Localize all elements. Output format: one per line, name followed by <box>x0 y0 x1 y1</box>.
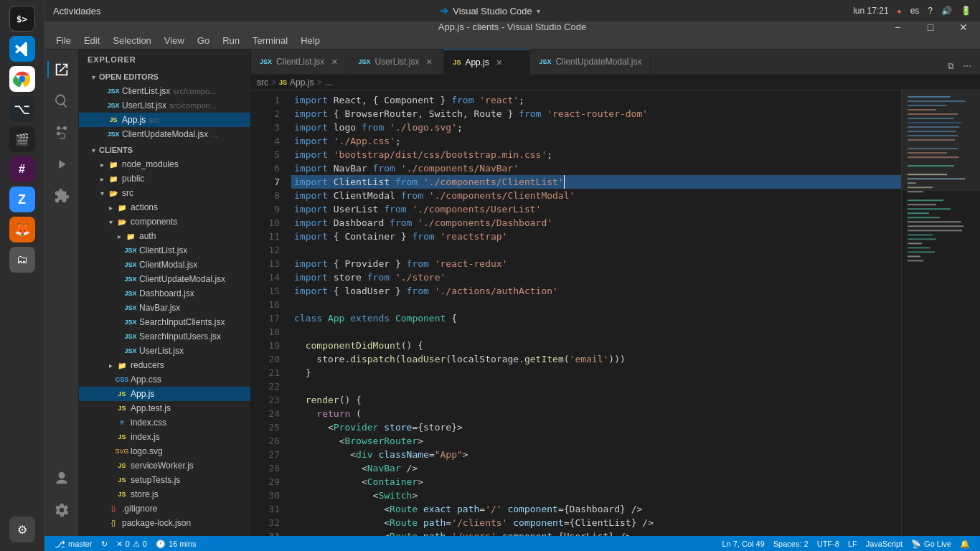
tab-userlist[interactable]: JSX UserList.jsx × <box>349 50 444 74</box>
breadcrumb-src[interactable]: src <box>257 77 268 88</box>
appjs-file[interactable]: JS App.js <box>79 387 250 401</box>
public-folder[interactable]: 📁 public <box>79 171 250 186</box>
breadcrumb-ellipsis[interactable]: ... <box>324 77 331 88</box>
open-editors-toggle[interactable]: OPEN EDITORS <box>79 70 250 84</box>
clientlist-jsx-icon: JSX <box>125 245 136 256</box>
tab-clientlist[interactable]: JSX ClientList.jsx × <box>251 50 349 74</box>
code-line-9: import UserList from './components/UserL… <box>291 202 901 216</box>
vscode-dock-icon[interactable] <box>9 36 35 62</box>
go-live-status[interactable]: 📡 Go Live <box>907 536 956 551</box>
code-line-20: store.dispatch(loadUser(localStorage.get… <box>291 352 901 366</box>
svg-rect-38 <box>908 255 920 257</box>
status-right: Ln 7, Col 49 Spaces: 2 UTF-8 LF JavaScri… <box>717 536 974 551</box>
notification-bell[interactable]: 🔔 <box>956 536 974 551</box>
menu-run[interactable]: Run <box>217 32 245 49</box>
slack-icon[interactable]: # <box>9 156 35 182</box>
menu-help[interactable]: Help <box>295 32 326 49</box>
search-activity-icon[interactable] <box>47 87 76 116</box>
svg-rect-26 <box>908 204 936 205</box>
tab-clientlist-close[interactable]: × <box>329 56 340 67</box>
menu-selection[interactable]: Selection <box>107 32 156 49</box>
settings-activity-icon[interactable] <box>47 496 76 524</box>
packagelockjson-file[interactable]: {} package-lock.json <box>79 516 250 530</box>
tab-userlist-close[interactable]: × <box>423 56 435 67</box>
open-editor-userlist[interactable]: JSX UserList.jsx src/compon... <box>79 98 250 113</box>
more-tabs-button[interactable]: ⋯ <box>960 58 974 74</box>
logosvg-file[interactable]: SVG logo.svg <box>79 444 250 458</box>
src-folder[interactable]: 📂 src <box>79 186 250 200</box>
github-icon[interactable]: ⌥ <box>9 96 35 122</box>
extensions-activity-icon[interactable] <box>47 182 76 210</box>
serviceworker-icon: JS <box>116 460 128 471</box>
menu-go[interactable]: Go <box>192 32 215 49</box>
tab-appjs-icon: JS <box>453 59 461 66</box>
open-editor-clientupdatemodal[interactable]: JSX ClientUpdateModal.jsx ... <box>79 127 250 141</box>
code-content[interactable]: import React, { Component } from 'react'… <box>286 90 901 536</box>
chrome-icon[interactable] <box>9 66 35 92</box>
terminal-app-icon[interactable]: $> <box>9 22 35 32</box>
indexcss-file[interactable]: # index.css <box>79 415 250 430</box>
tools-icon[interactable]: ⚙ <box>9 517 35 542</box>
serviceworker-file[interactable]: JS serviceWorker.js <box>79 458 250 473</box>
maximize-button[interactable]: □ <box>914 22 947 38</box>
clients-folder-toggle[interactable]: CLIENTS <box>79 143 250 157</box>
split-editor-button[interactable]: ⧉ <box>945 58 957 74</box>
indexjs-file[interactable]: JS index.js <box>79 430 250 444</box>
userlist-file[interactable]: JSX UserList.jsx <box>79 344 250 358</box>
errors-status[interactable]: ✕ 0 ⚠ 0 <box>112 536 151 551</box>
tab-clientupdatemodal[interactable]: JSX ClientUpdateModal.jsx <box>530 50 651 74</box>
storejs-file[interactable]: JS store.js <box>79 487 250 501</box>
files-icon[interactable]: 🗂 <box>9 247 35 273</box>
apptestjs-file[interactable]: JS App.test.js <box>79 401 250 415</box>
open-editor-clientlist[interactable]: JSX ClientList.jsx src/compo... <box>79 84 250 98</box>
menu-terminal[interactable]: Terminal <box>247 32 293 49</box>
encoding-status[interactable]: UTF-8 <box>813 536 844 551</box>
zoom-icon[interactable]: Z <box>9 187 35 212</box>
account-activity-icon[interactable] <box>47 464 76 493</box>
clientupdatemodal-file[interactable]: JSX ClientUpdateModal.jsx <box>79 272 250 286</box>
recording-dot: ● <box>897 7 902 15</box>
dashboard-file[interactable]: JSX Dashboard.jsx <box>79 286 250 301</box>
close-button[interactable]: ✕ <box>947 22 980 38</box>
language-status[interactable]: JavaScript <box>862 536 907 551</box>
searchinputusers-file[interactable]: JSX SearchInputUsers.jsx <box>79 329 250 344</box>
clientmodal-file[interactable]: JSX ClientModal.jsx <box>79 258 250 272</box>
activities-label[interactable]: Actividades <box>53 6 100 17</box>
clapper-icon[interactable]: 🎬 <box>9 126 35 152</box>
git-branch-status[interactable]: ⎇ master <box>50 536 97 551</box>
menu-edit[interactable]: Edit <box>78 32 105 49</box>
tab-appjs[interactable]: JS App.js × <box>444 50 530 74</box>
auth-folder[interactable]: 📁 auth <box>79 229 250 243</box>
open-editor-appjs[interactable]: JS App.js src <box>79 113 250 127</box>
breadcrumb-appjs[interactable]: App.js <box>290 77 314 88</box>
tab-appjs-close[interactable]: × <box>494 57 505 68</box>
git-branch-icon: ⎇ <box>55 539 65 550</box>
searchinputclients-file[interactable]: JSX SearchInputClients.jsx <box>79 315 250 329</box>
gitignore-file[interactable]: {} .gitignore <box>79 501 250 516</box>
source-control-activity-icon[interactable] <box>47 118 76 147</box>
debug-activity-icon[interactable] <box>47 150 76 179</box>
indexjs-icon: JS <box>116 431 128 443</box>
line-ending-status[interactable]: LF <box>844 536 862 551</box>
firefox-icon[interactable]: 🦊 <box>9 217 35 242</box>
minimize-button[interactable]: − <box>881 22 914 38</box>
navbar-file[interactable]: JSX NavBar.jsx <box>79 301 250 315</box>
node-modules-folder[interactable]: 📁 node_modules <box>79 157 250 171</box>
cursor-position[interactable]: Ln 7, Col 49 <box>717 536 768 551</box>
reducers-folder[interactable]: 📁 reducers <box>79 358 250 372</box>
time-ago-status[interactable]: 🕐 16 mins <box>151 536 201 551</box>
sync-status[interactable]: ↻ <box>97 536 112 551</box>
svg-rect-27 <box>908 208 951 209</box>
setuptests-file[interactable]: JS setupTests.js <box>79 473 250 487</box>
components-folder[interactable]: 📂 components <box>79 215 250 229</box>
clientlist-file[interactable]: JSX ClientList.jsx <box>79 243 250 258</box>
appcss-file[interactable]: CSS App.css <box>79 372 250 387</box>
code-line-21: } <box>291 366 901 380</box>
spaces-status[interactable]: Spaces: 2 <box>769 536 813 551</box>
explorer-activity-icon[interactable] <box>47 55 76 84</box>
code-editor: 1 2 3 4 5 6 7 8 9 10 11 12 13 <box>251 90 980 536</box>
actions-folder[interactable]: 📁 actions <box>79 200 250 215</box>
menu-file[interactable]: File <box>50 32 77 49</box>
menu-view[interactable]: View <box>159 32 190 49</box>
jsx-icon2: JSX <box>108 100 119 111</box>
